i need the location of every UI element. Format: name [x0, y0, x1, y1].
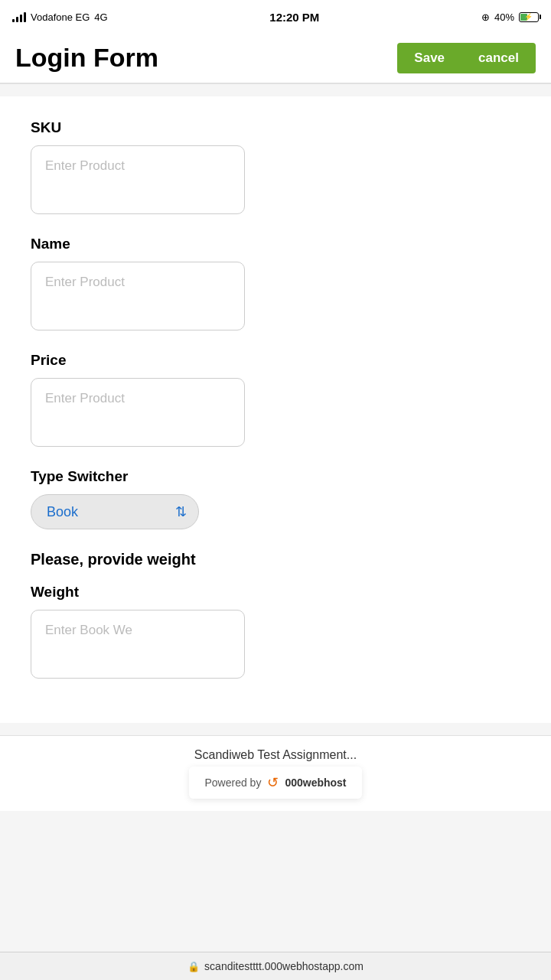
- battery-icon: ⚡: [519, 12, 539, 22]
- save-button[interactable]: Save: [397, 43, 461, 73]
- status-bar-left: Vodafone EG 4G: [12, 11, 108, 23]
- name-input[interactable]: [31, 262, 245, 330]
- status-bar-right: ⊕ 40% ⚡: [481, 11, 539, 23]
- lock-icon: 🔒: [187, 961, 200, 972]
- type-select-wrapper: Book DVD Furniture ⇅: [31, 494, 199, 529]
- type-switcher-label: Type Switcher: [31, 468, 520, 485]
- price-input[interactable]: [31, 378, 245, 447]
- weight-group: Weight: [31, 584, 520, 679]
- footer-powered: Powered by ↺ 000webhost: [189, 767, 361, 799]
- sku-group: SKU: [31, 119, 520, 214]
- price-label: Price: [31, 352, 520, 369]
- carrier-label: Vodafone EG: [31, 11, 90, 23]
- sku-label: SKU: [31, 119, 520, 136]
- network-label: 4G: [94, 11, 107, 23]
- weight-input[interactable]: [31, 610, 245, 679]
- weight-label: Weight: [31, 584, 520, 601]
- signal-icon: [12, 11, 26, 22]
- footer-text: Scandiweb Test Assignment...: [15, 748, 536, 762]
- weight-section-title: Please, provide weight: [31, 551, 520, 568]
- header-buttons: Save cancel: [397, 43, 536, 73]
- price-group: Price: [31, 352, 520, 447]
- name-label: Name: [31, 236, 520, 252]
- battery-percent: 40%: [494, 11, 514, 23]
- screen-lock-icon: ⊕: [481, 11, 490, 23]
- webhost-logo-icon: ↺: [267, 774, 279, 791]
- url-bar: 🔒 scanditestttt.000webhostapp.com: [0, 952, 551, 980]
- sku-input[interactable]: [31, 145, 245, 214]
- footer-banner: Scandiweb Test Assignment... Powered by …: [0, 735, 551, 811]
- type-switcher-group: Type Switcher Book DVD Furniture ⇅: [31, 468, 520, 529]
- webhost-logo-text: 000webhost: [285, 777, 346, 789]
- header: Login Form Save cancel: [0, 34, 551, 83]
- time-label: 12:20 PM: [269, 11, 319, 24]
- status-bar: Vodafone EG 4G 12:20 PM ⊕ 40% ⚡: [0, 0, 551, 34]
- cancel-button[interactable]: cancel: [461, 43, 536, 73]
- page-title: Login Form: [15, 44, 158, 72]
- type-select[interactable]: Book DVD Furniture: [31, 494, 199, 529]
- name-group: Name: [31, 236, 520, 330]
- powered-by-text: Powered by: [204, 777, 261, 789]
- url-text: scanditestttt.000webhostapp.com: [204, 960, 364, 972]
- weight-section: Please, provide weight Weight: [31, 551, 520, 679]
- form-container: SKU Name Price Type Switcher Book DVD Fu…: [0, 96, 551, 723]
